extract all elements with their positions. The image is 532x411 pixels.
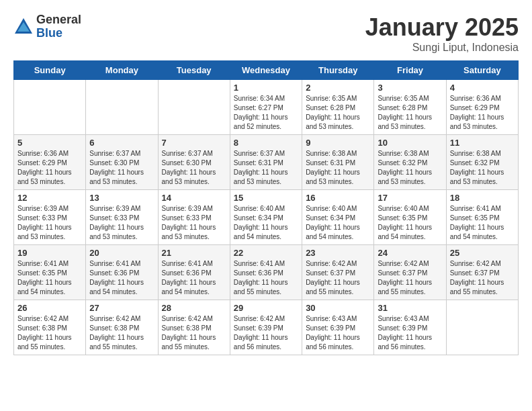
day-number: 6 [89, 138, 154, 148]
day-number: 10 [378, 138, 442, 148]
day-info: Sunrise: 6:41 AM Sunset: 6:35 PM Dayligh… [17, 259, 82, 297]
calendar-cell: 3Sunrise: 6:35 AM Sunset: 6:28 PM Daylig… [374, 80, 446, 135]
day-number: 17 [378, 193, 442, 203]
weekday-header: Tuesday [158, 61, 230, 80]
day-info: Sunrise: 6:40 AM Sunset: 6:34 PM Dayligh… [234, 204, 298, 242]
day-info: Sunrise: 6:41 AM Sunset: 6:36 PM Dayligh… [162, 259, 226, 297]
calendar-cell: 12Sunrise: 6:39 AM Sunset: 6:33 PM Dayli… [14, 190, 86, 245]
calendar-cell: 16Sunrise: 6:40 AM Sunset: 6:34 PM Dayli… [302, 190, 374, 245]
day-number: 1 [234, 83, 298, 93]
logo-general: General [36, 13, 81, 27]
calendar-cell: 15Sunrise: 6:40 AM Sunset: 6:34 PM Dayli… [230, 190, 302, 245]
day-info: Sunrise: 6:39 AM Sunset: 6:33 PM Dayligh… [89, 204, 154, 242]
day-number: 9 [306, 138, 370, 148]
day-info: Sunrise: 6:41 AM Sunset: 6:36 PM Dayligh… [89, 259, 154, 297]
day-number: 18 [450, 193, 515, 203]
day-info: Sunrise: 6:36 AM Sunset: 6:29 PM Dayligh… [17, 149, 82, 187]
calendar-cell [446, 300, 518, 355]
calendar-cell: 17Sunrise: 6:40 AM Sunset: 6:35 PM Dayli… [374, 190, 446, 245]
day-number: 3 [378, 83, 442, 93]
title-area: January 2025 Sungi Liput, Indonesia [365, 13, 519, 54]
calendar-cell: 29Sunrise: 6:42 AM Sunset: 6:39 PM Dayli… [230, 300, 302, 355]
day-number: 16 [306, 193, 370, 203]
calendar-cell: 27Sunrise: 6:42 AM Sunset: 6:38 PM Dayli… [86, 300, 158, 355]
day-number: 21 [162, 248, 226, 258]
day-info: Sunrise: 6:36 AM Sunset: 6:29 PM Dayligh… [450, 94, 515, 132]
calendar-cell: 25Sunrise: 6:42 AM Sunset: 6:37 PM Dayli… [446, 245, 518, 300]
weekday-header-row: SundayMondayTuesdayWednesdayThursdayFrid… [14, 61, 519, 80]
day-info: Sunrise: 6:40 AM Sunset: 6:34 PM Dayligh… [306, 204, 370, 242]
calendar-cell: 4Sunrise: 6:36 AM Sunset: 6:29 PM Daylig… [446, 80, 518, 135]
day-number: 13 [89, 193, 154, 203]
day-number: 29 [234, 303, 298, 313]
day-number: 12 [17, 193, 82, 203]
day-number: 26 [17, 303, 82, 313]
day-info: Sunrise: 6:35 AM Sunset: 6:28 PM Dayligh… [378, 94, 442, 132]
day-info: Sunrise: 6:40 AM Sunset: 6:35 PM Dayligh… [378, 204, 442, 242]
calendar-cell: 2Sunrise: 6:35 AM Sunset: 6:28 PM Daylig… [302, 80, 374, 135]
calendar-cell: 11Sunrise: 6:38 AM Sunset: 6:32 PM Dayli… [446, 135, 518, 190]
day-info: Sunrise: 6:42 AM Sunset: 6:39 PM Dayligh… [234, 314, 298, 352]
calendar-week-row: 26Sunrise: 6:42 AM Sunset: 6:38 PM Dayli… [14, 300, 519, 355]
weekday-header: Sunday [14, 61, 86, 80]
calendar-cell [14, 80, 86, 135]
calendar-cell: 9Sunrise: 6:38 AM Sunset: 6:31 PM Daylig… [302, 135, 374, 190]
calendar-week-row: 12Sunrise: 6:39 AM Sunset: 6:33 PM Dayli… [14, 190, 519, 245]
calendar-cell: 5Sunrise: 6:36 AM Sunset: 6:29 PM Daylig… [14, 135, 86, 190]
logo: General Blue [13, 13, 81, 40]
calendar-cell: 18Sunrise: 6:41 AM Sunset: 6:35 PM Dayli… [446, 190, 518, 245]
weekday-header: Friday [374, 61, 446, 80]
day-info: Sunrise: 6:41 AM Sunset: 6:36 PM Dayligh… [234, 259, 298, 297]
calendar-table: SundayMondayTuesdayWednesdayThursdayFrid… [13, 60, 519, 355]
day-info: Sunrise: 6:38 AM Sunset: 6:31 PM Dayligh… [306, 149, 370, 187]
calendar-cell: 21Sunrise: 6:41 AM Sunset: 6:36 PM Dayli… [158, 245, 230, 300]
day-info: Sunrise: 6:39 AM Sunset: 6:33 PM Dayligh… [162, 204, 226, 242]
day-info: Sunrise: 6:38 AM Sunset: 6:32 PM Dayligh… [450, 149, 515, 187]
day-info: Sunrise: 6:37 AM Sunset: 6:30 PM Dayligh… [162, 149, 226, 187]
calendar-week-row: 1Sunrise: 6:34 AM Sunset: 6:27 PM Daylig… [14, 80, 519, 135]
day-number: 25 [450, 248, 515, 258]
location-title: Sungi Liput, Indonesia [365, 42, 519, 54]
calendar-cell [86, 80, 158, 135]
day-number: 24 [378, 248, 442, 258]
day-info: Sunrise: 6:34 AM Sunset: 6:27 PM Dayligh… [234, 94, 298, 132]
logo-text: General Blue [36, 13, 81, 40]
calendar-cell: 1Sunrise: 6:34 AM Sunset: 6:27 PM Daylig… [230, 80, 302, 135]
weekday-header: Saturday [446, 61, 518, 80]
day-info: Sunrise: 6:39 AM Sunset: 6:33 PM Dayligh… [17, 204, 82, 242]
day-info: Sunrise: 6:42 AM Sunset: 6:38 PM Dayligh… [17, 314, 82, 352]
calendar-cell: 19Sunrise: 6:41 AM Sunset: 6:35 PM Dayli… [14, 245, 86, 300]
day-number: 30 [306, 303, 370, 313]
day-number: 5 [17, 138, 82, 148]
weekday-header: Thursday [302, 61, 374, 80]
calendar-cell: 28Sunrise: 6:42 AM Sunset: 6:38 PM Dayli… [158, 300, 230, 355]
day-info: Sunrise: 6:42 AM Sunset: 6:38 PM Dayligh… [162, 314, 226, 352]
day-number: 8 [234, 138, 298, 148]
day-info: Sunrise: 6:43 AM Sunset: 6:39 PM Dayligh… [378, 314, 442, 352]
calendar-cell: 13Sunrise: 6:39 AM Sunset: 6:33 PM Dayli… [86, 190, 158, 245]
day-info: Sunrise: 6:43 AM Sunset: 6:39 PM Dayligh… [306, 314, 370, 352]
day-number: 28 [162, 303, 226, 313]
day-number: 7 [162, 138, 226, 148]
day-info: Sunrise: 6:38 AM Sunset: 6:32 PM Dayligh… [378, 149, 442, 187]
calendar-cell: 24Sunrise: 6:42 AM Sunset: 6:37 PM Dayli… [374, 245, 446, 300]
calendar-cell: 22Sunrise: 6:41 AM Sunset: 6:36 PM Dayli… [230, 245, 302, 300]
weekday-header: Wednesday [230, 61, 302, 80]
calendar-cell: 8Sunrise: 6:37 AM Sunset: 6:31 PM Daylig… [230, 135, 302, 190]
calendar-week-row: 19Sunrise: 6:41 AM Sunset: 6:35 PM Dayli… [14, 245, 519, 300]
day-number: 20 [89, 248, 154, 258]
calendar-week-row: 5Sunrise: 6:36 AM Sunset: 6:29 PM Daylig… [14, 135, 519, 190]
calendar-cell: 30Sunrise: 6:43 AM Sunset: 6:39 PM Dayli… [302, 300, 374, 355]
calendar-cell: 10Sunrise: 6:38 AM Sunset: 6:32 PM Dayli… [374, 135, 446, 190]
day-number: 14 [162, 193, 226, 203]
logo-icon [13, 17, 34, 37]
day-info: Sunrise: 6:42 AM Sunset: 6:37 PM Dayligh… [450, 259, 515, 297]
day-number: 23 [306, 248, 370, 258]
day-info: Sunrise: 6:35 AM Sunset: 6:28 PM Dayligh… [306, 94, 370, 132]
day-info: Sunrise: 6:37 AM Sunset: 6:31 PM Dayligh… [234, 149, 298, 187]
day-info: Sunrise: 6:42 AM Sunset: 6:37 PM Dayligh… [306, 259, 370, 297]
day-info: Sunrise: 6:42 AM Sunset: 6:37 PM Dayligh… [378, 259, 442, 297]
calendar-cell: 26Sunrise: 6:42 AM Sunset: 6:38 PM Dayli… [14, 300, 86, 355]
weekday-header: Monday [86, 61, 158, 80]
day-number: 27 [89, 303, 154, 313]
